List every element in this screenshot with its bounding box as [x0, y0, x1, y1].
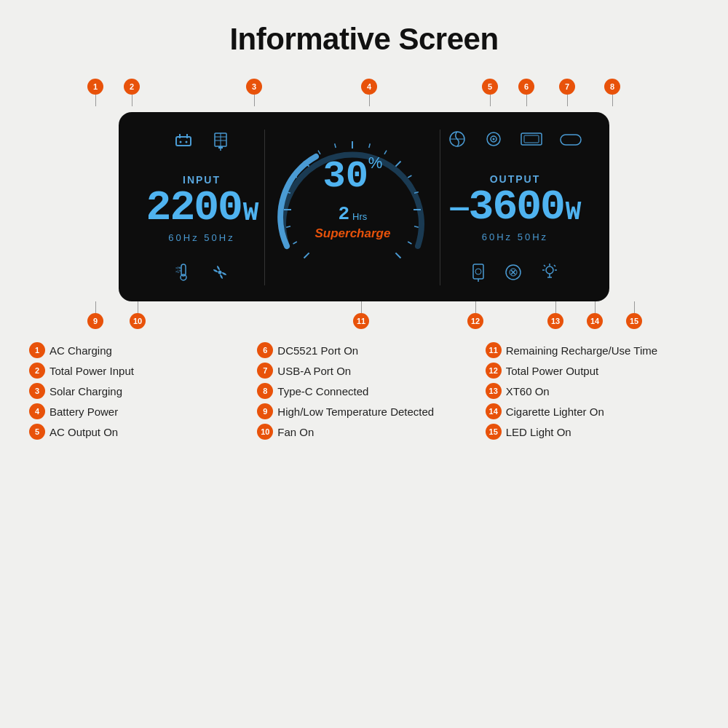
gauge-percent-value: 30 [323, 158, 368, 196]
badge-14: 14 [587, 313, 603, 329]
xt60-icon [470, 263, 486, 285]
legend-item-8: 8 Type-C Connected [257, 383, 470, 399]
legend-item-2: 2 Total Power Input [29, 363, 242, 379]
type-c-icon [560, 132, 582, 149]
fan-icon [210, 263, 229, 285]
ac-output-icon [448, 130, 467, 152]
svg-point-46 [475, 269, 481, 274]
badge-15: 15 [626, 313, 642, 329]
gauge-center-text: 30 % 2 Hrs Supercharge [314, 158, 390, 241]
legend-item-5: 5 AC Output On [29, 424, 242, 440]
gauge-container: 30 % 2 Hrs Supercharge [272, 130, 432, 285]
dc5521-icon [484, 130, 503, 152]
svg-line-31 [408, 175, 412, 178]
svg-line-34 [414, 226, 419, 228]
gauge-hrs-label: Hrs [352, 211, 367, 222]
svg-line-30 [396, 162, 401, 167]
panel-center: 30 % 2 Hrs Supercharge [265, 130, 440, 285]
legend-section: 1 AC Charging 6 DC5521 Port On 11 Remain… [29, 335, 699, 447]
input-icons-row [173, 130, 230, 154]
badge-8: 8 [604, 79, 620, 95]
svg-rect-43 [524, 135, 539, 143]
svg-text:×L: ×L [175, 269, 180, 274]
svg-point-17 [218, 271, 222, 274]
legend-item-4: 4 Battery Power [29, 403, 242, 419]
legend-item-3: 3 Solar Charging [29, 383, 242, 399]
badge-13: 13 [547, 313, 563, 329]
svg-line-36 [396, 253, 401, 258]
top-annotations: 1 2 3 4 5 6 7 8 [29, 79, 699, 112]
gauge-time-value: 2 [339, 203, 350, 225]
legend-item-1: 1 AC Charging [29, 342, 242, 358]
legend-item-6: 6 DC5521 Port On [257, 342, 470, 358]
temperature-icon: ×H ×L [174, 263, 193, 285]
legend-item-10: 10 Fan On [257, 424, 470, 440]
svg-line-18 [304, 253, 309, 258]
legend-item-15: 15 LED Light On [486, 424, 699, 440]
svg-line-19 [293, 242, 297, 244]
legend-item-11: 11 Remaining Recharge/Use Time [486, 342, 699, 358]
input-value: 2200W [146, 187, 258, 229]
panel-right: OUTPUT — 3600W 60Hz 50Hz [440, 130, 589, 285]
svg-rect-0 [176, 137, 191, 146]
badge-7: 7 [559, 79, 575, 95]
legend-item-12: 12 Total Power Output [486, 363, 699, 379]
svg-line-25 [318, 151, 320, 154]
svg-point-50 [546, 266, 553, 274]
input-hz: 60Hz 50Hz [168, 232, 234, 243]
svg-point-3 [180, 141, 182, 143]
svg-rect-9 [218, 146, 223, 149]
bottom-annotations: 9 10 11 12 13 14 15 [29, 301, 699, 335]
badge-9: 9 [87, 313, 103, 329]
display-screen: INPUT 2200W 60Hz 50Hz ×H ×L [119, 112, 610, 301]
badge-2: 2 [124, 79, 140, 95]
led-light-icon [540, 263, 559, 285]
supercharge-label: Supercharge [314, 226, 390, 241]
legend-item-13: 13 XT60 On [486, 383, 699, 399]
badge-1: 1 [87, 79, 103, 95]
svg-point-4 [186, 141, 188, 143]
legend-item-7: 7 USB-A Port On [257, 363, 470, 379]
page-title: Informative Screen [229, 22, 498, 57]
badge-4: 4 [361, 79, 377, 95]
svg-line-55 [544, 265, 545, 266]
output-hz: 60Hz 50Hz [482, 232, 548, 242]
output-display: OUTPUT — 3600W 60Hz 50Hz [450, 173, 579, 242]
legend-item-14: 14 Cigarette Lighter On [486, 403, 699, 419]
svg-point-12 [181, 274, 186, 280]
cigarette-lighter-icon [504, 263, 523, 285]
svg-point-41 [493, 138, 495, 141]
solar-charging-icon [211, 130, 230, 154]
svg-line-56 [554, 265, 555, 266]
gauge-pct-sign: % [368, 155, 383, 171]
badge-12: 12 [467, 313, 483, 329]
output-icons-row [448, 130, 582, 152]
svg-rect-45 [473, 264, 483, 279]
badge-5: 5 [482, 79, 498, 95]
usb-a-icon [521, 132, 542, 149]
badge-3: 3 [246, 79, 262, 95]
legend-item-9: 9 High/Low Temperature Detected [257, 403, 470, 419]
output-bottom-icons [470, 263, 559, 285]
badge-10: 10 [130, 313, 146, 329]
panel-left: INPUT 2200W 60Hz 50Hz ×H ×L [139, 130, 265, 285]
svg-line-26 [335, 143, 336, 148]
badge-6: 6 [518, 79, 534, 95]
input-bottom-icons: ×H ×L [174, 263, 229, 285]
input-display: INPUT 2200W 60Hz 50Hz [146, 174, 258, 243]
badge-11: 11 [353, 313, 369, 329]
output-value: — 3600W [450, 186, 579, 229]
ac-charging-icon [173, 130, 194, 154]
svg-line-29 [384, 151, 387, 154]
svg-line-28 [369, 143, 371, 148]
svg-line-35 [408, 242, 412, 244]
svg-line-20 [287, 226, 291, 228]
svg-rect-44 [561, 135, 581, 145]
